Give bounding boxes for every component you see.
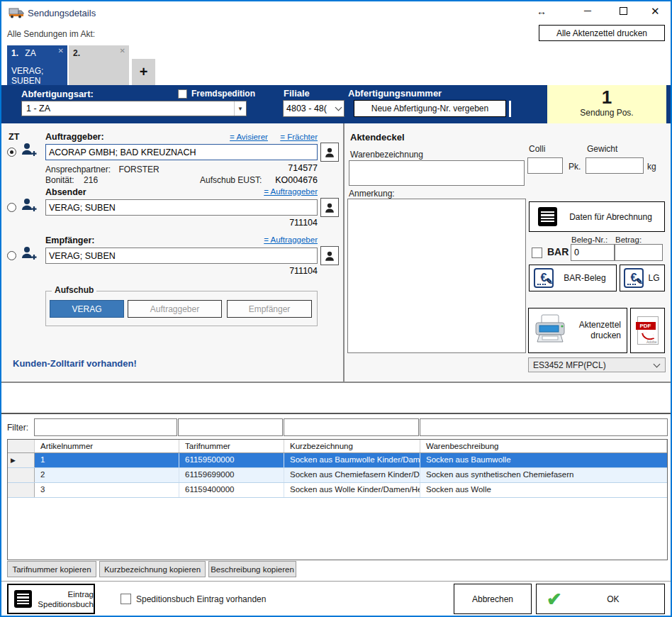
column-header-artikelnummer[interactable]: Artikelnummer: [35, 440, 179, 452]
bar-beleg-label: BAR-Beleg: [554, 273, 616, 283]
auftraggeber-input[interactable]: [45, 144, 318, 160]
table-header-row: Artikelnummer Tarifnummer Kurzbezeichnun…: [8, 440, 667, 453]
abfertigungsart-label: Abfertigungsart:: [21, 89, 94, 99]
aktenzettel-drucken-button[interactable]: Aktenzettel drucken: [528, 308, 627, 353]
beleg-nr-label: Beleg-Nr.:: [571, 235, 607, 244]
articles-table: Artikelnummer Tarifnummer Kurzbezeichnun…: [7, 439, 668, 560]
filiale-dropdown[interactable]: 4803 - 48(: [283, 100, 345, 117]
filter-label: Filter:: [7, 423, 28, 433]
betrag-input[interactable]: [615, 244, 663, 261]
colli-input[interactable]: [527, 157, 563, 174]
aktenzettel-label-1: Aktenzettel: [579, 320, 621, 330]
cell-warenbeschreibung: Socken aus Baumwolle: [420, 453, 667, 467]
resize-arrows-icon[interactable]: ↔: [537, 6, 547, 17]
close-button[interactable]: ✕: [651, 5, 660, 18]
auftraggeber-radio[interactable]: [7, 148, 16, 157]
abfertigungsnummer-label: Abfertigungsnummer: [348, 88, 442, 99]
filter-warenbeschreibung-input[interactable]: [420, 418, 668, 436]
tab2-number: 2.: [73, 48, 80, 58]
gewicht-unit: kg: [647, 162, 656, 172]
fremdspedition-label: Fremdspedition: [191, 89, 255, 99]
aktenzettel-label-2: drucken: [590, 330, 621, 340]
bonitaet-label: Bonität:: [45, 175, 74, 185]
ansprechpartner-label: Ansprechpartner:: [45, 165, 111, 174]
maximize-button[interactable]: [620, 7, 627, 17]
anmerkung-label: Anmerkung:: [349, 189, 395, 199]
beleg-nr-input[interactable]: [571, 244, 615, 261]
table-row[interactable]: 3 61159400000 Socken aus Wolle Kinder/Da…: [8, 483, 667, 498]
eintrag-label-2: Speditionsbuch: [38, 600, 94, 608]
filter-tarifnummer-input[interactable]: [178, 418, 283, 436]
cell-warenbeschreibung: Socken aus synthetischen Chemiefasern: [420, 468, 667, 482]
absender-auftraggeber-link[interactable]: = Auftraggeber: [264, 187, 318, 197]
eintrag-speditionsbuch-button[interactable]: Eintrag Speditionsbuch: [7, 584, 95, 614]
fraechter-link[interactable]: = Frächter: [280, 133, 318, 141]
cell-artikelnummer: 3: [35, 483, 179, 497]
pdf-button[interactable]: PDF Adobe: [630, 308, 665, 353]
filter-artikelnummer-input[interactable]: [34, 418, 177, 436]
abfertigungsart-dropdown[interactable]: 1 - ZA ▼: [21, 101, 247, 116]
add-tab-button[interactable]: +: [132, 59, 155, 85]
aufschub-verag-button[interactable]: VERAG: [50, 300, 124, 318]
lg-button[interactable]: €✎ LG: [620, 265, 665, 291]
absender-label: Absender: [45, 187, 86, 197]
anmerkung-textarea[interactable]: [347, 199, 526, 353]
speditionsbuch-checkbox[interactable]: [121, 594, 131, 604]
avisierer-link[interactable]: = Avisierer: [230, 133, 268, 141]
cell-tarifnummer: 61159400000: [179, 483, 284, 497]
printer-select[interactable]: ES3452 MFP(PCL): [528, 357, 666, 372]
column-header-kurzbezeichnung[interactable]: Kurzbezeichnung: [284, 440, 420, 452]
maximize-icon: [620, 7, 627, 15]
absender-kundennr: 711104: [235, 218, 318, 228]
copy-beschreibung-button[interactable]: Beschreibung kopieren: [208, 561, 296, 577]
column-header-warenbeschreibung[interactable]: Warenbeschreibung: [420, 440, 667, 452]
cell-kurzbezeichnung: Socken aus Chemiefasern Kinder/Damen/Hee…: [284, 468, 420, 482]
cell-kurzbezeichnung: Socken aus Baumwolle Kinder/Damen/Herren: [284, 453, 420, 467]
ok-button[interactable]: ✔ OK: [536, 584, 665, 614]
tab1-type: ZA: [25, 48, 35, 58]
add-contact-icon[interactable]: [20, 196, 37, 216]
copy-tarifnummer-button[interactable]: Tarifnummer kopieren: [7, 561, 96, 577]
colli-unit: Pk.: [569, 162, 581, 172]
absender-input[interactable]: [45, 199, 318, 216]
pdf-band: PDF: [636, 322, 656, 330]
cell-artikelnummer: 1: [35, 453, 179, 467]
auftraggeber-contact-button[interactable]: [320, 143, 339, 162]
empfaenger-input[interactable]: [45, 248, 318, 264]
fremdspedition-checkbox[interactable]: [178, 89, 187, 99]
daten-abrechnung-button[interactable]: Daten für Abrechnung: [529, 201, 665, 232]
column-header-tarifnummer[interactable]: Tarifnummer: [179, 440, 284, 452]
neue-abfertigung-button[interactable]: Neue Abfertigung-Nr. vergeben: [354, 100, 506, 117]
panel-bottom-border: [1, 382, 671, 383]
empfaenger-radio[interactable]: [7, 251, 16, 260]
zt-label: ZT: [9, 132, 19, 142]
empfaenger-auftraggeber-link[interactable]: = Auftraggeber: [264, 235, 318, 245]
empfaenger-contact-button[interactable]: [320, 246, 339, 265]
tab-sendung-2[interactable]: 2. ✕: [69, 45, 129, 85]
ok-label: OK: [562, 594, 664, 604]
aufschub-auftraggeber-button[interactable]: Auftraggeber: [128, 300, 222, 318]
minimize-button[interactable]: ─: [584, 5, 591, 16]
bar-checkbox[interactable]: [532, 248, 542, 258]
table-row[interactable]: ▶ 1 61159500000 Socken aus Baumwolle Kin…: [8, 453, 667, 468]
tab1-close-icon[interactable]: ✕: [58, 47, 64, 55]
aufschub-empfaenger-button[interactable]: Empfänger: [227, 300, 312, 318]
add-contact-icon[interactable]: [20, 245, 37, 264]
absender-radio[interactable]: [7, 203, 16, 212]
tabs-label: Alle Sendungen im Akt:: [7, 29, 95, 39]
warenbezeichnung-textarea[interactable]: [349, 160, 525, 186]
pdf-icon: PDF Adobe: [637, 316, 659, 345]
tab-sendung-1[interactable]: 1. ZA ✕ VERAG; SUBEN: [7, 45, 67, 85]
absender-contact-button[interactable]: [320, 198, 339, 217]
cell-tarifnummer: 61159699000: [179, 468, 284, 482]
copy-kurzbezeichnung-button[interactable]: Kurzbezeichnung kopieren: [99, 561, 206, 577]
window-title: Sendungsdetails: [28, 8, 96, 18]
gewicht-input[interactable]: [586, 157, 644, 174]
alle-aktenzettel-drucken-button[interactable]: Alle Aktenzettel drucken: [539, 25, 665, 41]
abbrechen-button[interactable]: Abbrechen: [454, 584, 532, 614]
tab2-close-icon[interactable]: ✕: [120, 47, 125, 55]
bar-beleg-button[interactable]: €✎ BAR-Beleg: [529, 265, 617, 291]
add-contact-icon[interactable]: [20, 141, 37, 160]
table-row[interactable]: 2 61159699000 Socken aus Chemiefasern Ki…: [8, 468, 667, 483]
filter-kurzbezeichnung-input[interactable]: [284, 418, 419, 436]
